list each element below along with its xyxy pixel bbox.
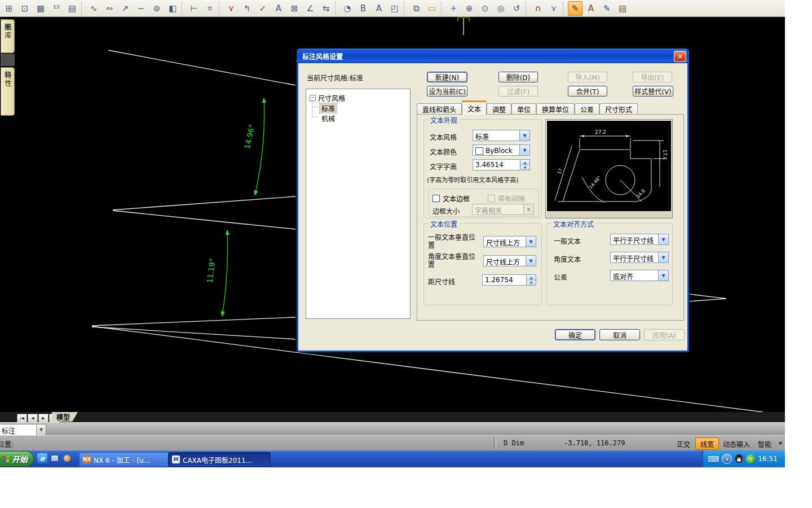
text-table-icon[interactable]: ▤ (65, 1, 80, 16)
chevron-down-icon[interactable]: ▼ (658, 252, 668, 262)
angle-vpos-combo[interactable]: 尺寸线上方 ▼ (483, 255, 536, 266)
panel-splitter[interactable] (1, 54, 15, 66)
tab-units[interactable]: 单位 (511, 103, 536, 115)
text-style-combo[interactable]: 标准 ▼ (473, 130, 530, 141)
set-current-button[interactable]: 设为当前(C) (427, 86, 467, 97)
taskbar-item-caxa[interactable]: M CAXA电子图板2011... (168, 452, 271, 467)
ortho-toggle[interactable]: 正交 (677, 439, 690, 449)
start-button[interactable]: 开始 (0, 451, 34, 467)
model-tab[interactable]: 模型 (52, 412, 78, 422)
check-mark-icon[interactable]: ✓ (255, 1, 270, 16)
ordinate-dim-icon[interactable]: ⌗ (202, 1, 217, 16)
general-vpos-combo[interactable]: 尺寸线上方 ▼ (483, 236, 536, 247)
next-sheet-button[interactable]: ▶ (38, 414, 48, 423)
library-panel-tab[interactable]: ▣ 图库 (1, 19, 15, 53)
move-text-icon[interactable]: A (372, 1, 386, 16)
close-icon[interactable]: ✕ (674, 51, 686, 62)
display-settings-icon[interactable]: ⧉ (409, 1, 423, 16)
checkbox-icon[interactable] (433, 195, 440, 202)
magnet-icon[interactable]: ∩ (531, 1, 545, 16)
spinner-buttons[interactable]: ▲▼ (520, 160, 529, 170)
point-style-icon[interactable]: ✎ (599, 1, 614, 16)
zoom-all-icon[interactable]: ◎ (493, 1, 508, 16)
spline-icon[interactable]: ∽ (134, 1, 148, 16)
datum-symbol-icon[interactable]: A (271, 1, 286, 16)
zoom-in-icon[interactable]: ⊕ (462, 1, 476, 16)
align-angle-combo[interactable]: 平行于尺寸线 ▼ (610, 252, 669, 263)
spinner-down-icon[interactable]: ▼ (527, 281, 536, 286)
properties-panel-tab[interactable]: ▥ 特性 (1, 67, 15, 116)
text-style-brush-icon[interactable]: A (584, 1, 598, 16)
frame-text-icon[interactable]: ◰ (387, 1, 402, 16)
zoom-previous-icon[interactable]: ↺ (509, 1, 524, 16)
command-combo[interactable]: 标注 ▼ (0, 424, 46, 436)
circle-mark-icon[interactable]: ⊚ (149, 1, 164, 16)
linear-dim-icon[interactable]: ⊢ (187, 1, 201, 16)
style-tree[interactable]: − 尺寸风格 标准 机械 (306, 89, 411, 319)
chevron-down-icon[interactable]: ▼ (519, 130, 529, 141)
prev-sheet-button[interactable]: ◀ (28, 414, 38, 423)
offset-spinner[interactable]: 1.26754 ▲▼ (482, 274, 536, 286)
tab-dim-form[interactable]: 尺寸形式 (599, 103, 638, 115)
text-color-combo[interactable]: ByBlock ▼ (473, 144, 530, 156)
text-border-checkbox[interactable]: 文本边框 (433, 194, 470, 203)
show-desktop-icon[interactable] (50, 453, 60, 463)
dim-style-brush-icon[interactable]: ✎ (568, 1, 582, 16)
ok-button[interactable]: 确定 (555, 329, 595, 340)
zoom-window-icon[interactable]: ⊙ (478, 1, 492, 16)
chevron-down-icon[interactable]: ▼ (519, 145, 529, 155)
trim-corner-icon[interactable]: ⋎ (224, 1, 239, 16)
chevron-down-icon[interactable]: ▼ (658, 270, 668, 281)
qq-messenger-icon[interactable] (735, 454, 743, 463)
taskbar-item-nx[interactable]: NX NX 6 - 加工 - [u... (79, 452, 171, 467)
spinner-up-icon[interactable]: ▲ (527, 275, 536, 281)
chevron-down-icon[interactable]: ▼ (526, 256, 536, 266)
text-height-spinner[interactable]: 3.46514 ▲▼ (473, 159, 530, 170)
chamfer-dim-icon[interactable]: ∠ (303, 1, 317, 16)
chevron-down-icon[interactable]: ▼ (526, 237, 536, 247)
dynamic-input-toggle[interactable]: 动态输入 (723, 439, 750, 449)
wave-line-icon[interactable]: ∿ (86, 1, 101, 16)
dialog-titlebar[interactable]: 标注风格设置 ✕ (297, 49, 689, 63)
tab-text[interactable]: 文本 (462, 100, 487, 115)
delete-button[interactable]: 删除(D) (498, 72, 538, 82)
tab-lines-arrows[interactable]: 直线和箭头 (417, 103, 462, 115)
style-manager-icon[interactable]: ▤ (615, 1, 630, 16)
block-table-icon[interactable]: ⊡ (17, 1, 32, 16)
tree-item-mechanical[interactable]: 机械 (320, 113, 337, 123)
spinner-up-icon[interactable]: ▲ (520, 160, 529, 165)
antivirus-tray-icon[interactable]: + (746, 454, 755, 463)
tab-adjust[interactable]: 调整 (487, 103, 511, 115)
tab-tolerance[interactable]: 公差 (575, 103, 599, 115)
grid-icon[interactable]: ▦ (33, 1, 48, 16)
linewidth-toggle[interactable]: 线宽 (695, 437, 719, 450)
media-player-icon[interactable] (62, 453, 72, 463)
cancel-button[interactable]: 取消 (599, 329, 640, 340)
tab-alt-units[interactable]: 换算单位 (536, 103, 575, 115)
tray-collapse-chevron-icon[interactable]: ‹ (722, 454, 732, 464)
align-tolerance-combo[interactable]: 底对齐 ▼ (610, 270, 669, 281)
first-sheet-button[interactable]: |◀ (17, 414, 27, 423)
pie-sector-icon[interactable]: ◔ (340, 1, 355, 16)
chevron-down-icon[interactable]: ▼ (658, 234, 668, 244)
tree-collapse-icon[interactable]: − (310, 95, 316, 101)
section-block-icon[interactable]: ◧ (165, 1, 180, 16)
new-button[interactable]: 新建(N) (427, 72, 467, 82)
pointer-arrow-icon[interactable]: ↗ (118, 1, 133, 16)
chevron-down-icon[interactable]: ▾ (779, 439, 782, 447)
align-general-combo[interactable]: 平行于尺寸线 ▼ (610, 234, 669, 245)
leader-dim-icon[interactable]: ↰ (240, 1, 254, 16)
internet-explorer-icon[interactable]: e (37, 453, 47, 463)
ruler-icon[interactable]: ▭ (425, 1, 439, 16)
tree-root-dimension-style[interactable]: − 尺寸风格 (310, 93, 345, 103)
numbered-table-icon[interactable]: ¹² (49, 1, 64, 16)
keyboard-layout-icon[interactable]: ⌨ (708, 454, 719, 463)
scale-text-icon[interactable]: B (356, 1, 370, 16)
align-arrows-icon[interactable]: ⇆ (319, 1, 333, 16)
chevron-down-icon[interactable]: ▼ (36, 424, 46, 435)
style-override-button[interactable]: 样式替代(V) (633, 86, 673, 97)
tree-item-standard[interactable]: 标准 (320, 103, 337, 113)
table-icon[interactable]: ⊞ (2, 1, 16, 16)
break-line-icon[interactable]: ∾ (102, 1, 117, 16)
filter-icon[interactable]: ⋎ (546, 1, 561, 16)
